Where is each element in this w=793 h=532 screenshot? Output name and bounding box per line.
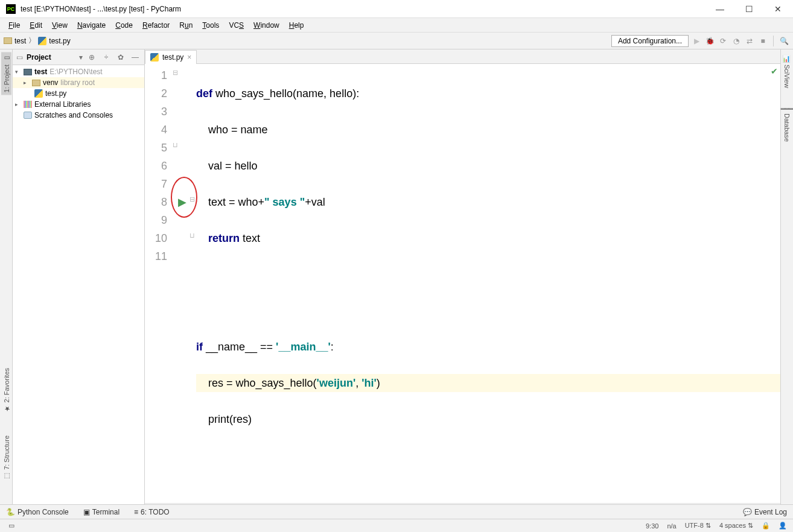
profile-icon[interactable]: ◔ <box>731 36 742 46</box>
status-inspector-icon[interactable]: 👤 <box>779 522 787 530</box>
concurrency-icon[interactable]: ⇄ <box>744 36 755 46</box>
bottom-tab-eventlog[interactable]: 💬 Event Log <box>743 508 787 516</box>
add-configuration-button[interactable]: Add Configuration... <box>611 35 689 47</box>
folder-icon <box>4 37 12 44</box>
stop-icon[interactable]: ■ <box>757 36 768 46</box>
collapse-icon[interactable]: ÷ <box>101 53 112 62</box>
maximize-button[interactable]: ☐ <box>740 4 758 14</box>
editor-gutter: ⊟ ⊔ ▶ ⊟ ⊔ <box>172 64 196 503</box>
tab-label: test.py <box>162 53 183 62</box>
bottom-tab-terminal[interactable]: ▣ Terminal <box>83 508 119 516</box>
scratches-icon <box>24 112 32 119</box>
scratches-label: Scratches and Consoles <box>34 111 113 119</box>
left-tool-gutter: 1: Project ▭ ★ 2: Favorites ⬚ 7: Structu… <box>0 49 13 504</box>
menu-vcs[interactable]: VCS <box>224 21 249 30</box>
menu-run[interactable]: Run <box>174 21 197 30</box>
project-header-title[interactable]: Project <box>27 53 75 62</box>
python-file-icon <box>34 89 43 98</box>
minimize-button[interactable]: — <box>711 4 729 14</box>
line-numbers: 1234567891011 <box>145 64 172 503</box>
project-tree: ▾ test E:\PYTHON\test ▸ venv library roo… <box>13 65 144 122</box>
editor-area: test.py × ✔ 1234567891011 ⊟ ⊔ ▶ ⊟ ⊔ def … <box>145 49 780 504</box>
root-path: E:\PYTHON\test <box>49 68 102 76</box>
fold-end-icon[interactable]: ⊔ <box>172 141 178 149</box>
todo-label: 6: TODO <box>141 508 170 516</box>
libraries-icon <box>24 101 32 108</box>
right-tab-sciview[interactable]: 📊 SciView <box>782 52 792 90</box>
menu-window[interactable]: Window <box>249 21 284 30</box>
left-tab-favorites[interactable]: ★ 2: Favorites <box>1 366 11 415</box>
fold-icon[interactable]: ⊟ <box>172 69 178 77</box>
project-folder-icon <box>24 69 32 75</box>
tree-file[interactable]: test.py <box>13 88 144 99</box>
status-position[interactable]: 9:30 <box>646 522 658 530</box>
eventlog-label: Event Log <box>754 508 787 516</box>
title-bar: PC test [E:\PYTHON\test] - ...\test.py [… <box>0 0 793 18</box>
file-name: test.py <box>45 89 66 98</box>
folder-icon <box>32 80 40 86</box>
menu-refactor[interactable]: Refactor <box>138 21 174 30</box>
right-tab-database[interactable]: ▬▬▬ Database <box>780 103 793 144</box>
python-file-icon <box>38 37 46 45</box>
run-gutter-icon[interactable]: ▶ <box>178 195 186 209</box>
inspection-ok-icon[interactable]: ✔ <box>771 66 778 76</box>
code-content[interactable]: def who_says_hello(name, hello): who = n… <box>196 64 780 503</box>
window-controls: — ☐ ✕ <box>711 4 787 14</box>
window-title: test [E:\PYTHON\test] - ...\test.py [tes… <box>21 5 711 13</box>
tree-venv[interactable]: ▸ venv library root <box>13 77 144 88</box>
database-label: Database <box>783 113 791 142</box>
menu-tools[interactable]: Tools <box>197 21 224 30</box>
editor-body[interactable]: ✔ 1234567891011 ⊟ ⊔ ▶ ⊟ ⊔ def who_says_h… <box>145 64 780 503</box>
breadcrumb-file[interactable]: test.py <box>49 37 70 45</box>
project-pane: ▭ Project ▾ ⊕ ÷ ✿ — ▾ test E:\PYTHON\tes… <box>13 49 145 504</box>
sciview-label: SciView <box>783 65 791 88</box>
favorites-tab-label: 2: Favorites <box>2 368 10 402</box>
menu-file[interactable]: File <box>4 21 25 30</box>
fold-end-icon[interactable]: ⊔ <box>189 232 195 239</box>
run-icon[interactable]: ▶ <box>691 36 702 46</box>
editor-tabs: test.py × <box>145 49 780 64</box>
menu-bar: File Edit View Navigate Code Refactor Ru… <box>0 18 793 33</box>
navigation-bar: test 〉 test.py Add Configuration... ▶ 🐞 … <box>0 33 793 49</box>
tree-root[interactable]: ▾ test E:\PYTHON\test <box>13 66 144 77</box>
root-name: test <box>34 68 47 76</box>
project-header: ▭ Project ▾ ⊕ ÷ ✿ — <box>13 49 144 65</box>
console-label: Python Console <box>18 508 69 516</box>
search-icon[interactable]: 🔍 <box>779 36 789 46</box>
close-button[interactable]: ✕ <box>769 4 787 14</box>
tree-ext-libs[interactable]: ▸ External Libraries <box>13 99 144 110</box>
app-icon: PC <box>6 4 16 14</box>
menu-help[interactable]: Help <box>284 21 309 30</box>
fold-icon[interactable]: ⊟ <box>189 195 195 203</box>
locate-icon[interactable]: ⊕ <box>86 53 97 62</box>
menu-code[interactable]: Code <box>110 21 138 30</box>
debug-icon[interactable]: 🐞 <box>704 36 715 46</box>
structure-tab-label: 7: Structure <box>2 435 10 470</box>
menu-navigate[interactable]: Navigate <box>72 21 110 30</box>
bottom-tab-todo[interactable]: ≡ 6: TODO <box>134 508 170 516</box>
tree-scratches[interactable]: Scratches and Consoles <box>13 110 144 121</box>
hide-icon[interactable]: — <box>130 53 141 62</box>
breadcrumb-root[interactable]: test <box>14 37 26 45</box>
menu-view[interactable]: View <box>47 21 72 30</box>
main-area: 1: Project ▭ ★ 2: Favorites ⬚ 7: Structu… <box>0 49 793 504</box>
coverage-icon[interactable]: ⟳ <box>718 36 728 46</box>
status-indent[interactable]: 4 spaces ⇅ <box>719 522 753 530</box>
left-tab-structure[interactable]: ⬚ 7: Structure <box>1 433 11 483</box>
python-file-icon <box>150 53 159 62</box>
left-tab-project[interactable]: 1: Project ▭ <box>1 52 11 95</box>
menu-edit[interactable]: Edit <box>25 21 47 30</box>
project-tab-label: 1: Project <box>2 65 10 92</box>
status-left-icon[interactable]: ▭ <box>8 522 14 530</box>
status-na[interactable]: n/a <box>667 522 676 530</box>
status-encoding[interactable]: UTF-8 ⇅ <box>685 522 711 530</box>
editor-tab-testpy[interactable]: test.py × <box>145 50 197 64</box>
database-icon: ▬▬▬ <box>782 105 792 111</box>
separator <box>773 36 774 46</box>
settings-icon[interactable]: ✿ <box>115 53 126 62</box>
close-tab-icon[interactable]: × <box>187 53 191 62</box>
bottom-tab-console[interactable]: 🐍 Python Console <box>6 508 69 516</box>
terminal-label: Terminal <box>92 508 119 516</box>
ext-libs-label: External Libraries <box>34 100 91 109</box>
status-lock-icon[interactable]: 🔒 <box>762 522 770 530</box>
